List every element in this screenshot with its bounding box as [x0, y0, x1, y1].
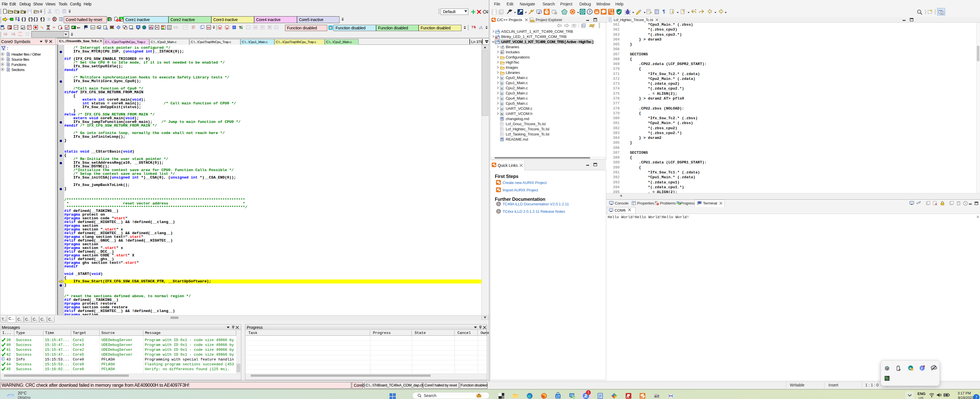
- svg-text:C: C: [498, 34, 500, 37]
- svg-text:{}: {}: [28, 17, 33, 22]
- svg-text:?: ?: [589, 10, 591, 14]
- svg-text:h: h: [501, 112, 503, 116]
- svg-text:z: z: [921, 366, 923, 370]
- svg-text:C: C: [941, 12, 943, 14]
- svg-text:c: c: [501, 108, 503, 110]
- svg-text:C: C: [498, 40, 500, 42]
- svg-text:SE: SE: [207, 26, 210, 29]
- svg-text:STOP: STOP: [19, 33, 23, 35]
- svg-text:M: M: [11, 32, 14, 36]
- svg-text:C: C: [498, 29, 500, 32]
- svg-text:c: c: [501, 97, 503, 100]
- svg-text:CC: CC: [173, 26, 178, 29]
- svg-text:!: !: [912, 369, 913, 371]
- svg-text:h: h: [501, 51, 503, 54]
- svg-text:w: w: [501, 138, 503, 141]
- svg-text:c: c: [501, 82, 503, 85]
- svg-text:w: w: [501, 118, 503, 120]
- svg-text:R: R: [53, 17, 56, 21]
- svg-text:c: c: [501, 92, 503, 95]
- svg-text:c: c: [501, 87, 503, 90]
- svg-text:c: c: [501, 77, 503, 79]
- svg-text:T: T: [239, 25, 241, 30]
- svg-text:i: i: [3, 357, 3, 361]
- svg-text:c: c: [501, 102, 503, 105]
- svg-text:{}: {}: [33, 17, 38, 22]
- svg-text:M: M: [3, 32, 6, 36]
- svg-text:ox: ox: [91, 26, 94, 29]
- svg-text:{}: {}: [40, 17, 45, 22]
- svg-text:AURIX: AURIX: [640, 397, 644, 399]
- svg-text:T⇅: T⇅: [471, 25, 476, 29]
- svg-text:»›: »›: [77, 25, 80, 30]
